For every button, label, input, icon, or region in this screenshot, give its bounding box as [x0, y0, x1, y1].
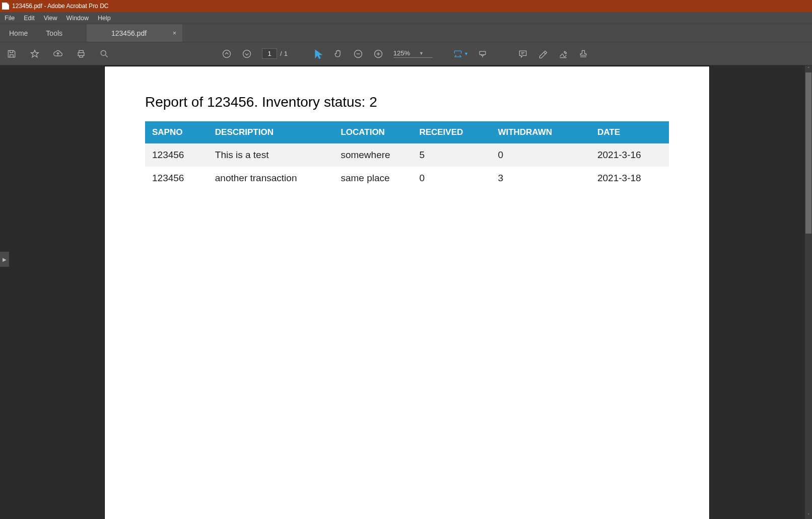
page-current-input[interactable]	[262, 48, 277, 59]
report-table: SAPNO DESCRIPTION LOCATION RECEIVED WITH…	[145, 121, 669, 190]
read-mode-icon[interactable]	[472, 42, 493, 65]
cell-date: 2021-3-16	[590, 143, 669, 167]
th-sapno: SAPNO	[145, 121, 208, 143]
cell-sapno: 123456	[145, 143, 208, 167]
sign-icon[interactable]	[553, 42, 573, 65]
page-indicator: / 1	[262, 48, 288, 59]
zoom-value: 125%	[393, 49, 419, 57]
table-row: 123456 another transaction same place 0 …	[145, 167, 669, 190]
pdf-page: Report of 123456. Inventory status: 2 SA…	[105, 66, 709, 519]
th-date: DATE	[590, 121, 669, 143]
th-location: LOCATION	[333, 121, 412, 143]
vertical-scrollbar[interactable]: ˄ ˅	[805, 65, 812, 519]
menu-window[interactable]: Window	[62, 15, 93, 22]
th-withdrawn: WITHDRAWN	[491, 121, 590, 143]
cell-location: somewhere	[333, 143, 412, 167]
cell-received: 5	[412, 143, 491, 167]
window-title: 123456.pdf - Adobe Acrobat Pro DC	[12, 3, 108, 10]
table-header-row: SAPNO DESCRIPTION LOCATION RECEIVED WITH…	[145, 121, 669, 143]
chevron-right-icon: ▶	[3, 257, 7, 262]
tab-document[interactable]: 123456.pdf ×	[87, 24, 182, 42]
close-icon[interactable]: ×	[173, 30, 176, 37]
cell-description: This is a test	[208, 143, 334, 167]
sidebar-expand-toggle[interactable]: ▶	[0, 252, 9, 267]
zoom-level[interactable]: 125% ▼	[393, 49, 433, 58]
star-icon[interactable]	[23, 42, 46, 65]
svg-rect-5	[480, 51, 486, 55]
table-row: 123456 This is a test somewhere 5 0 2021…	[145, 143, 669, 167]
menu-view[interactable]: View	[39, 15, 62, 22]
fit-chevron-icon[interactable]: ▼	[464, 51, 468, 56]
tab-document-label: 123456.pdf	[111, 29, 147, 37]
svg-point-0	[101, 50, 106, 55]
th-received: RECEIVED	[412, 121, 491, 143]
tab-tools[interactable]: Tools	[37, 24, 72, 42]
zoom-in-icon[interactable]	[368, 42, 388, 65]
search-icon[interactable]	[93, 42, 116, 65]
scroll-thumb[interactable]	[805, 72, 811, 234]
page-total: 1	[284, 50, 288, 57]
th-description: DESCRIPTION	[208, 121, 334, 143]
cloud-upload-icon[interactable]	[46, 42, 70, 65]
save-icon[interactable]	[0, 42, 23, 65]
scroll-down-arrow-icon[interactable]: ˅	[805, 512, 812, 519]
cell-date: 2021-3-18	[590, 167, 669, 190]
selection-cursor-icon[interactable]	[308, 42, 328, 65]
tabbar: Home Tools 123456.pdf ×	[0, 24, 812, 42]
cell-description: another transaction	[208, 167, 334, 190]
svg-point-1	[223, 50, 231, 57]
menubar: File Edit View Window Help	[0, 12, 812, 24]
page-down-icon[interactable]	[237, 42, 257, 65]
comment-icon[interactable]	[513, 42, 533, 65]
titlebar: 123456.pdf - Adobe Acrobat Pro DC	[0, 0, 812, 12]
document-area: Report of 123456. Inventory status: 2 SA…	[9, 65, 805, 519]
chevron-down-icon: ▼	[419, 51, 433, 56]
tab-home[interactable]: Home	[0, 24, 37, 42]
scroll-track[interactable]	[805, 72, 812, 512]
svg-point-2	[243, 50, 251, 57]
cell-received: 0	[412, 167, 491, 190]
tab-home-label: Home	[9, 29, 28, 37]
menu-file[interactable]: File	[0, 15, 19, 22]
print-icon[interactable]	[70, 42, 93, 65]
cell-withdrawn: 3	[491, 167, 590, 190]
highlight-icon[interactable]	[533, 42, 553, 65]
cell-location: same place	[333, 167, 412, 190]
app-icon	[2, 3, 9, 10]
scroll-up-arrow-icon[interactable]: ˄	[805, 65, 812, 72]
tab-tools-label: Tools	[46, 29, 62, 37]
page-up-icon[interactable]	[217, 42, 237, 65]
cell-withdrawn: 0	[491, 143, 590, 167]
page-sep: /	[280, 50, 282, 57]
hand-pan-icon[interactable]	[328, 42, 348, 65]
cell-sapno: 123456	[145, 167, 208, 190]
zoom-out-icon[interactable]	[348, 42, 368, 65]
menu-edit[interactable]: Edit	[19, 15, 39, 22]
stamp-icon[interactable]	[573, 42, 593, 65]
toolbar: / 1 125% ▼ ▼	[0, 42, 812, 65]
report-title: Report of 123456. Inventory status: 2	[145, 94, 669, 110]
menu-help[interactable]: Help	[93, 15, 115, 22]
